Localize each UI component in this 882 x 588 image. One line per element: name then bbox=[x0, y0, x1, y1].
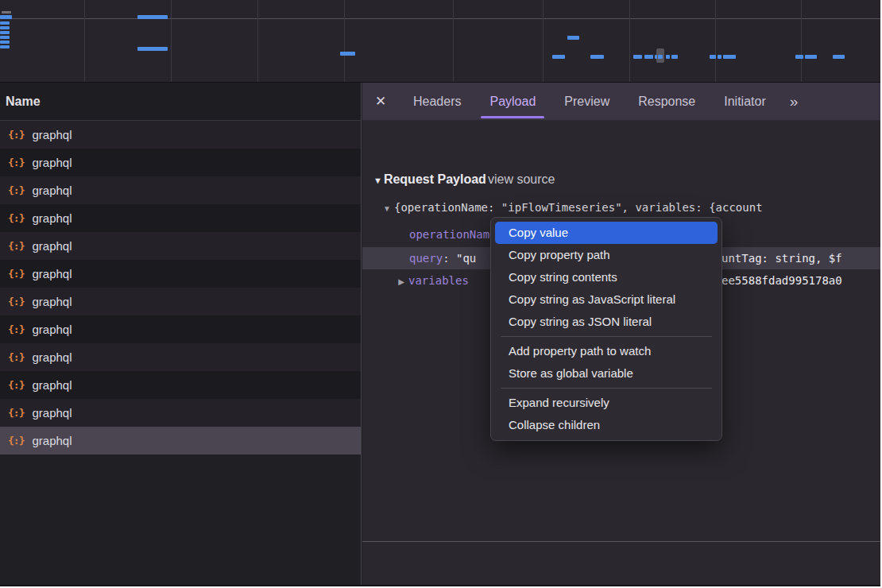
request-timing-bar bbox=[2, 11, 11, 14]
json-fetch-icon: {:} bbox=[8, 184, 24, 196]
request-timing-bar bbox=[552, 55, 565, 59]
request-timing-bar bbox=[718, 55, 721, 59]
overview-horizontal-gridline bbox=[0, 18, 880, 19]
menu-item-add-property-path-to-watch[interactable]: Add property path to watch bbox=[495, 340, 718, 362]
overview-gridline bbox=[344, 0, 345, 82]
menu-item-copy-string-as-json-literal[interactable]: Copy string as JSON literal bbox=[495, 311, 718, 333]
request-timing-bar bbox=[833, 55, 845, 59]
request-row[interactable]: {:}graphql bbox=[0, 121, 361, 149]
request-timing-bar bbox=[710, 55, 716, 59]
request-row[interactable]: {:}graphql bbox=[0, 343, 361, 371]
request-name-label: graphql bbox=[32, 128, 72, 141]
property-key: query bbox=[409, 252, 443, 265]
request-list-panel: Name {:}graphql{:}graphql{:}graphql{:}gr… bbox=[0, 83, 362, 585]
request-name-label: graphql bbox=[32, 295, 72, 308]
request-row[interactable]: {:}graphql bbox=[0, 260, 361, 288]
json-fetch-icon: {:} bbox=[8, 240, 24, 252]
tab-preview[interactable]: Preview bbox=[559, 83, 615, 120]
menu-item-store-as-global-variable[interactable]: Store as global variable bbox=[495, 362, 718, 385]
request-timing-bar bbox=[658, 55, 663, 59]
property-key: operationName bbox=[409, 228, 497, 241]
json-fetch-icon: {:} bbox=[8, 157, 24, 168]
request-timing-bar bbox=[0, 21, 10, 25]
request-row[interactable]: {:}graphql bbox=[0, 232, 361, 260]
tab-payload[interactable]: Payload bbox=[484, 83, 541, 120]
request-row[interactable]: {:}graphql bbox=[0, 149, 361, 176]
request-timing-bar bbox=[340, 52, 355, 56]
request-rows: {:}graphql{:}graphql{:}graphql{:}graphql… bbox=[0, 121, 361, 455]
request-row[interactable]: {:}graphql bbox=[0, 315, 361, 343]
property-value-right-fragment: untTag: string, $f bbox=[721, 247, 842, 269]
overview-gridline bbox=[453, 0, 454, 82]
request-row[interactable]: {:}graphql bbox=[0, 371, 361, 399]
request-timing-bar bbox=[137, 47, 168, 51]
overview-gridline bbox=[171, 0, 172, 82]
request-timing-bar bbox=[0, 26, 10, 29]
expanded-triangle-icon[interactable]: ▼ bbox=[380, 198, 394, 219]
request-timing-bar bbox=[795, 55, 803, 59]
json-fetch-icon: {:} bbox=[8, 296, 24, 308]
close-icon[interactable]: ✕ bbox=[362, 83, 399, 120]
menu-item-copy-string-as-javascript-literal[interactable]: Copy string as JavaScript literal bbox=[495, 288, 718, 311]
request-name-label: graphql bbox=[32, 211, 72, 225]
request-payload-section-title[interactable]: ▼Request Payload bbox=[373, 168, 486, 191]
detail-tabbar: ✕ HeadersPayloadPreviewResponseInitiator… bbox=[362, 83, 880, 121]
json-fetch-icon: {:} bbox=[8, 212, 24, 224]
request-row[interactable]: {:}graphql bbox=[0, 204, 361, 232]
request-row[interactable]: {:}graphql bbox=[0, 288, 361, 315]
overview-gridline bbox=[801, 0, 802, 82]
request-name-label: graphql bbox=[32, 239, 72, 253]
request-timing-bar bbox=[0, 45, 10, 48]
overview-gridline bbox=[257, 0, 258, 82]
request-name-label: graphql bbox=[32, 378, 72, 392]
request-row-selected[interactable]: {:}graphql bbox=[0, 427, 361, 455]
overview-gridline bbox=[715, 0, 716, 82]
menu-item-collapse-children[interactable]: Collapse children bbox=[495, 414, 718, 436]
tab-initiator[interactable]: Initiator bbox=[718, 83, 771, 120]
request-timing-bar bbox=[805, 55, 817, 59]
menu-item-copy-value[interactable]: Copy value bbox=[495, 222, 718, 244]
network-overview-timeline[interactable] bbox=[0, 0, 880, 83]
tab-headers[interactable]: Headers bbox=[408, 83, 466, 120]
menu-item-copy-string-contents[interactable]: Copy string contents bbox=[495, 266, 718, 288]
request-timing-bar bbox=[567, 36, 579, 40]
request-name-label: graphql bbox=[32, 406, 72, 420]
request-timing-bar bbox=[0, 41, 10, 44]
context-menu: Copy valueCopy property pathCopy string … bbox=[490, 217, 722, 441]
overview-gridline bbox=[629, 0, 630, 82]
json-fetch-icon: {:} bbox=[8, 323, 24, 335]
menu-item-copy-property-path[interactable]: Copy property path bbox=[495, 244, 718, 266]
key-separator: : bbox=[443, 252, 456, 265]
json-fetch-icon: {:} bbox=[8, 129, 24, 141]
json-fetch-icon: {:} bbox=[8, 379, 24, 391]
request-timing-bar bbox=[666, 55, 670, 59]
view-source-link[interactable]: view source bbox=[488, 168, 555, 191]
tab-response[interactable]: Response bbox=[632, 83, 701, 120]
object-preview-text: {operationName: "ipFlowTimeseries", vari… bbox=[394, 201, 763, 214]
column-header-name[interactable]: Name bbox=[0, 83, 361, 121]
payload-object-preview-row[interactable]: ▼{operationName: "ipFlowTimeseries", var… bbox=[362, 196, 880, 219]
more-tabs-chevron-icon[interactable]: » bbox=[783, 83, 803, 120]
collapse-triangle-icon: ▼ bbox=[373, 176, 382, 185]
json-fetch-icon: {:} bbox=[8, 351, 24, 363]
devtools-network-panel: Name {:}graphql{:}graphql{:}graphql{:}gr… bbox=[0, 0, 880, 586]
variables-value-right-fragment: ee5588fdad995178a0 bbox=[721, 269, 842, 292]
request-timing-bar bbox=[633, 55, 642, 59]
collapsed-triangle-icon[interactable]: ▶ bbox=[394, 271, 408, 292]
overview-gridline bbox=[84, 0, 85, 82]
request-timing-bar bbox=[671, 55, 678, 59]
request-timing-bar bbox=[723, 55, 736, 59]
request-name-label: graphql bbox=[32, 434, 72, 447]
request-timing-bar bbox=[644, 55, 653, 59]
request-name-label: graphql bbox=[32, 184, 72, 197]
menu-item-expand-recursively[interactable]: Expand recursively bbox=[495, 392, 718, 414]
request-timing-bar bbox=[137, 15, 168, 19]
request-row[interactable]: {:}graphql bbox=[0, 399, 361, 427]
menu-separator bbox=[501, 388, 712, 389]
menu-separator bbox=[501, 336, 712, 337]
request-payload-label: Request Payload bbox=[384, 172, 486, 186]
request-row[interactable]: {:}graphql bbox=[0, 176, 361, 204]
json-fetch-icon: {:} bbox=[8, 407, 24, 419]
detail-tabs: HeadersPayloadPreviewResponseInitiator bbox=[399, 83, 780, 120]
request-timing-bar bbox=[655, 55, 657, 59]
